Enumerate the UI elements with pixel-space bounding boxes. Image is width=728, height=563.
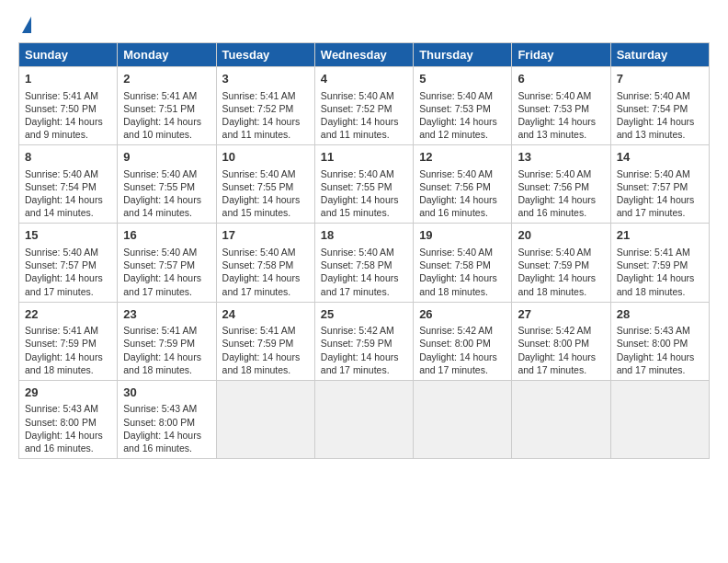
cell-line: Sunset: 8:00 PM — [123, 416, 210, 429]
day-number: 21 — [617, 227, 703, 244]
cell-line: Sunset: 7:55 PM — [321, 180, 407, 193]
cell-line: Daylight: 14 hours — [123, 193, 210, 206]
cell-line: Sunset: 7:59 PM — [222, 337, 309, 350]
cell-line: Sunrise: 5:41 AM — [123, 89, 210, 102]
day-number: 17 — [222, 227, 309, 244]
calendar-cell — [512, 380, 610, 458]
cell-line: Daylight: 14 hours — [518, 350, 604, 363]
cell-line: and 11 minutes. — [222, 128, 309, 141]
cell-line: Sunrise: 5:40 AM — [419, 167, 506, 180]
cell-line: and 12 minutes. — [419, 128, 506, 141]
cell-line: and 16 minutes. — [123, 442, 210, 454]
cell-line: Daylight: 14 hours — [617, 193, 703, 206]
calendar-cell: 30Sunrise: 5:43 AMSunset: 8:00 PMDayligh… — [118, 380, 216, 458]
cell-line: Sunset: 7:54 PM — [25, 180, 111, 193]
cell-line: Sunrise: 5:42 AM — [419, 324, 506, 337]
cell-line: and 17 minutes. — [123, 285, 210, 298]
cell-line: and 18 minutes. — [518, 285, 604, 298]
calendar-cell: 8Sunrise: 5:40 AMSunset: 7:54 PMDaylight… — [19, 145, 118, 224]
day-number: 1 — [25, 71, 111, 87]
cell-line: Daylight: 14 hours — [222, 115, 309, 128]
calendar-body: 1Sunrise: 5:41 AMSunset: 7:50 PMDaylight… — [19, 67, 710, 459]
cell-line: Daylight: 14 hours — [419, 193, 506, 206]
cell-line: and 18 minutes. — [25, 363, 111, 376]
calendar-cell: 6Sunrise: 5:40 AMSunset: 7:53 PMDaylight… — [512, 67, 610, 145]
cell-line: Sunrise: 5:40 AM — [518, 246, 604, 259]
calendar-cell — [610, 380, 709, 458]
calendar-header-row: SundayMondayTuesdayWednesdayThursdayFrid… — [19, 43, 710, 67]
cell-line: and 17 minutes. — [617, 363, 703, 376]
cell-line: Sunrise: 5:42 AM — [518, 324, 604, 337]
cell-line: Sunrise: 5:41 AM — [25, 324, 111, 337]
cell-line: Sunrise: 5:40 AM — [321, 89, 407, 102]
cell-line: Sunrise: 5:43 AM — [617, 324, 703, 337]
cell-line: Sunset: 7:58 PM — [321, 259, 407, 271]
day-header-tuesday: Tuesday — [216, 43, 314, 67]
cell-line: Daylight: 14 hours — [25, 350, 111, 363]
cell-line: Sunset: 7:59 PM — [518, 259, 604, 271]
day-number: 3 — [222, 71, 309, 87]
cell-line: Sunset: 7:53 PM — [419, 102, 506, 115]
cell-line: Sunrise: 5:40 AM — [321, 246, 407, 259]
day-number: 7 — [617, 71, 703, 87]
cell-line: Sunrise: 5:40 AM — [419, 89, 506, 102]
calendar-cell: 12Sunrise: 5:40 AMSunset: 7:56 PMDayligh… — [414, 145, 512, 224]
calendar-cell: 25Sunrise: 5:42 AMSunset: 7:59 PMDayligh… — [314, 302, 413, 380]
calendar-cell: 21Sunrise: 5:41 AMSunset: 7:59 PMDayligh… — [610, 224, 709, 302]
day-number: 13 — [518, 149, 604, 166]
calendar-week-row: 29Sunrise: 5:43 AMSunset: 8:00 PMDayligh… — [19, 380, 710, 458]
day-number: 16 — [123, 227, 210, 244]
day-number: 27 — [518, 306, 604, 323]
cell-line: Sunrise: 5:42 AM — [321, 324, 407, 337]
cell-line: Sunrise: 5:40 AM — [222, 246, 309, 259]
cell-line: Daylight: 14 hours — [123, 429, 210, 442]
cell-line: Daylight: 14 hours — [222, 193, 309, 206]
day-header-saturday: Saturday — [610, 43, 709, 67]
cell-line: and 17 minutes. — [321, 363, 407, 376]
calendar-cell: 13Sunrise: 5:40 AMSunset: 7:56 PMDayligh… — [512, 145, 610, 224]
cell-line: Sunrise: 5:40 AM — [518, 167, 604, 180]
cell-line: Daylight: 14 hours — [617, 115, 703, 128]
day-header-thursday: Thursday — [414, 43, 512, 67]
calendar-cell: 1Sunrise: 5:41 AMSunset: 7:50 PMDaylight… — [19, 67, 118, 145]
day-number: 9 — [123, 149, 210, 166]
cell-line: and 17 minutes. — [617, 206, 703, 219]
cell-line: Sunrise: 5:41 AM — [222, 89, 309, 102]
cell-line: and 13 minutes. — [518, 128, 604, 141]
calendar-week-row: 1Sunrise: 5:41 AMSunset: 7:50 PMDaylight… — [19, 67, 710, 145]
cell-line: Sunset: 7:57 PM — [123, 259, 210, 271]
cell-line: Sunset: 7:55 PM — [222, 180, 309, 193]
cell-line: Daylight: 14 hours — [222, 350, 309, 363]
cell-line: Sunset: 7:57 PM — [617, 180, 703, 193]
cell-line: Sunset: 7:50 PM — [25, 102, 111, 115]
cell-line: and 18 minutes. — [222, 363, 309, 376]
calendar-cell: 23Sunrise: 5:41 AMSunset: 7:59 PMDayligh… — [118, 302, 216, 380]
cell-line: and 17 minutes. — [321, 285, 407, 298]
day-number: 20 — [518, 227, 604, 244]
cell-line: Sunset: 8:00 PM — [25, 416, 111, 429]
cell-line: Sunrise: 5:43 AM — [123, 402, 210, 415]
day-number: 25 — [321, 306, 407, 323]
cell-line: Sunrise: 5:40 AM — [518, 89, 604, 102]
cell-line: Daylight: 14 hours — [123, 271, 210, 284]
cell-line: and 17 minutes. — [518, 363, 604, 376]
cell-line: Daylight: 14 hours — [419, 115, 506, 128]
day-number: 19 — [419, 227, 506, 244]
cell-line: Daylight: 14 hours — [419, 271, 506, 284]
calendar-cell — [216, 380, 314, 458]
cell-line: Sunset: 7:54 PM — [617, 102, 703, 115]
calendar-page: SundayMondayTuesdayWednesdayThursdayFrid… — [0, 0, 728, 563]
cell-line: Daylight: 14 hours — [321, 193, 407, 206]
calendar-cell: 29Sunrise: 5:43 AMSunset: 8:00 PMDayligh… — [19, 380, 118, 458]
cell-line: and 13 minutes. — [617, 128, 703, 141]
cell-line: Daylight: 14 hours — [25, 115, 111, 128]
calendar-cell: 4Sunrise: 5:40 AMSunset: 7:52 PMDaylight… — [314, 67, 413, 145]
cell-line: Sunrise: 5:40 AM — [617, 167, 703, 180]
day-number: 11 — [321, 149, 407, 166]
cell-line: Sunrise: 5:43 AM — [25, 402, 111, 415]
day-number: 22 — [25, 306, 111, 323]
cell-line: Sunrise: 5:41 AM — [222, 324, 309, 337]
day-number: 30 — [123, 385, 210, 401]
calendar-cell: 17Sunrise: 5:40 AMSunset: 7:58 PMDayligh… — [216, 224, 314, 302]
cell-line: and 18 minutes. — [123, 363, 210, 376]
